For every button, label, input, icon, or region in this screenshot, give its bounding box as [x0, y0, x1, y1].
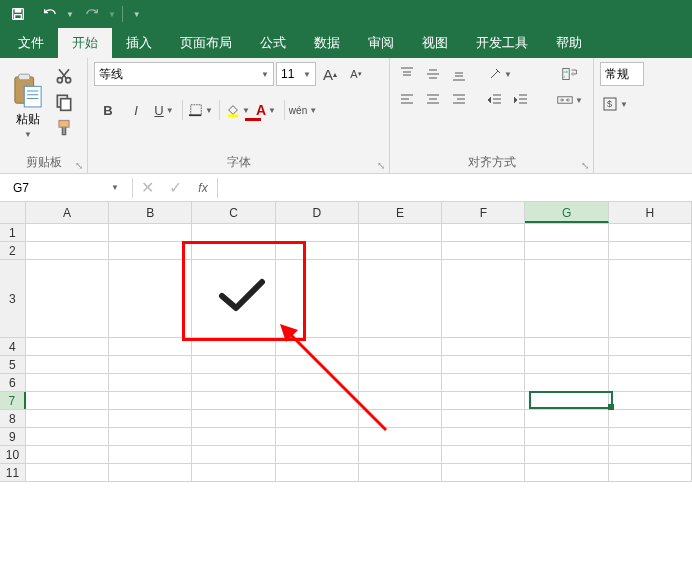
- row-header-10[interactable]: 10: [0, 446, 26, 463]
- cell-H5[interactable]: [609, 356, 692, 373]
- cell-G8[interactable]: [525, 410, 608, 427]
- cell-C11[interactable]: [192, 464, 275, 481]
- cell-C7[interactable]: [192, 392, 275, 409]
- cell-E2[interactable]: [359, 242, 442, 259]
- bold-button[interactable]: B: [94, 96, 122, 124]
- cell-B7[interactable]: [109, 392, 192, 409]
- fill-handle[interactable]: [608, 404, 614, 410]
- qat-customize-icon[interactable]: ▼: [133, 10, 141, 19]
- cell-E5[interactable]: [359, 356, 442, 373]
- italic-button[interactable]: I: [122, 96, 150, 124]
- cell-A4[interactable]: [26, 338, 109, 355]
- format-painter-button[interactable]: [54, 118, 74, 138]
- cell-D6[interactable]: [276, 374, 359, 391]
- cell-B11[interactable]: [109, 464, 192, 481]
- tab-home[interactable]: 开始: [58, 28, 112, 58]
- cell-E1[interactable]: [359, 224, 442, 241]
- formula-input[interactable]: [218, 176, 692, 200]
- cut-button[interactable]: [54, 66, 74, 86]
- cell-H6[interactable]: [609, 374, 692, 391]
- tab-developer[interactable]: 开发工具: [462, 28, 542, 58]
- cell-A1[interactable]: [26, 224, 109, 241]
- decrease-font-button[interactable]: A▾: [344, 62, 368, 86]
- align-center-button[interactable]: [422, 88, 444, 112]
- cell-H3[interactable]: [609, 260, 692, 337]
- save-button[interactable]: [4, 2, 32, 26]
- cell-D7[interactable]: [276, 392, 359, 409]
- cell-C9[interactable]: [192, 428, 275, 445]
- font-color-button[interactable]: A▼: [252, 96, 280, 124]
- cell-E10[interactable]: [359, 446, 442, 463]
- cell-E8[interactable]: [359, 410, 442, 427]
- cell-C6[interactable]: [192, 374, 275, 391]
- worksheet-grid[interactable]: ABCDEFGH 1234567891011: [0, 202, 692, 482]
- cell-B4[interactable]: [109, 338, 192, 355]
- column-header-A[interactable]: A: [26, 202, 109, 223]
- cell-C2[interactable]: [192, 242, 275, 259]
- align-top-button[interactable]: [396, 62, 418, 86]
- tab-view[interactable]: 视图: [408, 28, 462, 58]
- tab-review[interactable]: 审阅: [354, 28, 408, 58]
- cell-A6[interactable]: [26, 374, 109, 391]
- enter-formula-button[interactable]: ✓: [161, 176, 189, 200]
- cell-A9[interactable]: [26, 428, 109, 445]
- cell-F4[interactable]: [442, 338, 525, 355]
- cell-B9[interactable]: [109, 428, 192, 445]
- redo-dropdown-icon[interactable]: ▼: [108, 10, 116, 19]
- cell-A5[interactable]: [26, 356, 109, 373]
- row-header-4[interactable]: 4: [0, 338, 26, 355]
- cell-A3[interactable]: [26, 260, 109, 337]
- cell-A7[interactable]: [26, 392, 109, 409]
- alignment-launcher-icon[interactable]: ⤡: [581, 160, 589, 171]
- cell-E9[interactable]: [359, 428, 442, 445]
- number-format-combo[interactable]: 常规: [600, 62, 644, 86]
- increase-indent-button[interactable]: [510, 88, 532, 112]
- cell-B8[interactable]: [109, 410, 192, 427]
- cell-G10[interactable]: [525, 446, 608, 463]
- row-header-8[interactable]: 8: [0, 410, 26, 427]
- cell-H8[interactable]: [609, 410, 692, 427]
- cell-A11[interactable]: [26, 464, 109, 481]
- name-box[interactable]: G7▼: [6, 176, 126, 200]
- copy-button[interactable]: [54, 92, 74, 112]
- cell-C10[interactable]: [192, 446, 275, 463]
- align-right-button[interactable]: [448, 88, 470, 112]
- cell-B1[interactable]: [109, 224, 192, 241]
- font-size-combo[interactable]: 11▼: [276, 62, 316, 86]
- cell-B2[interactable]: [109, 242, 192, 259]
- wrap-text-button[interactable]: abc: [552, 62, 588, 86]
- row-header-3[interactable]: 3: [0, 260, 26, 337]
- underline-button[interactable]: U▼: [150, 96, 178, 124]
- cell-F5[interactable]: [442, 356, 525, 373]
- cell-A10[interactable]: [26, 446, 109, 463]
- cell-H10[interactable]: [609, 446, 692, 463]
- tab-file[interactable]: 文件: [4, 28, 58, 58]
- increase-font-button[interactable]: A▴: [318, 62, 342, 86]
- cell-F10[interactable]: [442, 446, 525, 463]
- font-name-combo[interactable]: 等线▼: [94, 62, 274, 86]
- cell-D10[interactable]: [276, 446, 359, 463]
- merge-center-button[interactable]: ▼: [552, 88, 588, 112]
- cell-G6[interactable]: [525, 374, 608, 391]
- cell-C3[interactable]: [192, 260, 275, 337]
- column-header-D[interactable]: D: [276, 202, 359, 223]
- cell-B6[interactable]: [109, 374, 192, 391]
- cell-E6[interactable]: [359, 374, 442, 391]
- cell-D2[interactable]: [276, 242, 359, 259]
- accounting-format-button[interactable]: $▼: [600, 92, 630, 116]
- tab-formulas[interactable]: 公式: [246, 28, 300, 58]
- insert-function-button[interactable]: fx: [189, 181, 217, 195]
- decrease-indent-button[interactable]: [484, 88, 506, 112]
- cell-F6[interactable]: [442, 374, 525, 391]
- cell-F9[interactable]: [442, 428, 525, 445]
- column-header-B[interactable]: B: [109, 202, 192, 223]
- orientation-button[interactable]: ▼: [484, 62, 514, 86]
- cell-B10[interactable]: [109, 446, 192, 463]
- cell-E4[interactable]: [359, 338, 442, 355]
- cell-C8[interactable]: [192, 410, 275, 427]
- border-button[interactable]: ▼: [187, 96, 215, 124]
- cell-D4[interactable]: [276, 338, 359, 355]
- cell-D9[interactable]: [276, 428, 359, 445]
- column-header-G[interactable]: G: [525, 202, 608, 223]
- row-header-6[interactable]: 6: [0, 374, 26, 391]
